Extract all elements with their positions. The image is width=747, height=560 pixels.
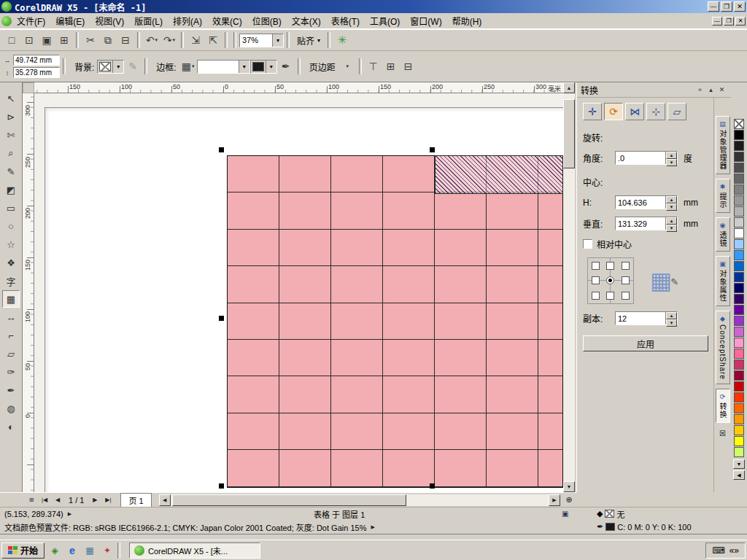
table-cell[interactable] — [487, 303, 538, 340]
menu-item-5[interactable]: 效果(C) — [207, 12, 247, 29]
color-swatch[interactable] — [734, 272, 744, 282]
table-cell[interactable] — [487, 266, 538, 303]
menu-item-3[interactable]: 版面(L) — [129, 12, 168, 29]
color-swatch[interactable] — [734, 305, 744, 315]
first-page-icon[interactable]: |◀ — [38, 494, 51, 506]
docker-tab-lens[interactable]: ◉透镜 — [716, 217, 730, 252]
table-option-button-1[interactable]: ⊤ — [365, 58, 382, 75]
color-swatch[interactable] — [734, 381, 744, 392]
table-cell[interactable] — [279, 266, 331, 303]
quick-launch-icon-4[interactable]: ✦ — [100, 543, 115, 558]
table-cell[interactable] — [279, 303, 331, 340]
table-cell[interactable] — [487, 192, 538, 229]
position-button[interactable]: ✛ — [583, 103, 602, 120]
table-cell[interactable] — [331, 230, 383, 266]
table-cell[interactable] — [331, 450, 383, 486]
menu-item-11[interactable]: 帮助(H) — [447, 12, 487, 29]
table-cell[interactable] — [383, 413, 435, 450]
selection-handle-top-middle[interactable] — [430, 147, 435, 152]
h-spinner[interactable]: ▲▼ — [615, 195, 678, 209]
table-cell[interactable] — [228, 192, 279, 229]
toolbar-open-button[interactable]: ⊡ — [20, 31, 38, 49]
chevrons-icon[interactable]: «» — [729, 545, 739, 556]
eyedropper-tool[interactable]: ✑ — [2, 363, 20, 381]
color-swatch[interactable] — [734, 349, 744, 359]
table-cell[interactable] — [228, 230, 279, 266]
fill-tool[interactable]: ◍ — [2, 400, 20, 417]
table-cell[interactable] — [228, 340, 279, 376]
table-cell[interactable] — [538, 230, 563, 266]
scroll-up-icon[interactable]: ▲ — [563, 82, 575, 93]
quick-launch-icon-1[interactable]: ◈ — [47, 543, 62, 558]
text-tool[interactable]: 字 — [2, 272, 20, 289]
pick-tool[interactable]: ↖ — [2, 90, 20, 107]
page-tab[interactable]: 页 1 — [120, 493, 151, 508]
chevron-down-icon[interactable]: ▾ — [173, 37, 176, 43]
table-cell[interactable] — [331, 192, 383, 229]
table-cell[interactable] — [383, 376, 435, 413]
toolbar-redo-button[interactable]: ↷▾ — [160, 31, 178, 49]
color-swatch[interactable] — [734, 403, 744, 413]
table-cell[interactable] — [435, 413, 487, 450]
anchor-point-6[interactable] — [592, 292, 600, 300]
interactive-fill-tool[interactable]: ◐ — [2, 418, 20, 435]
basic-shapes-tool[interactable]: ❖ — [2, 254, 20, 271]
show-desktop-icon[interactable]: ▦ — [82, 543, 97, 558]
color-swatch[interactable] — [734, 261, 744, 271]
v-input[interactable] — [616, 218, 665, 229]
table-cell[interactable] — [279, 156, 331, 192]
crop-tool[interactable]: ✄ — [2, 126, 20, 144]
color-swatch[interactable] — [734, 217, 744, 228]
color-swatch[interactable] — [734, 370, 744, 381]
color-swatch[interactable] — [734, 206, 744, 217]
table-option-button-2[interactable]: ⊞ — [382, 58, 400, 75]
pan-zoom-icon[interactable]: ⊕ — [562, 494, 576, 506]
toolbar-export-button[interactable]: ⇱ — [204, 31, 222, 49]
menu-item-2[interactable]: 视图(V) — [90, 12, 129, 29]
h-input[interactable] — [616, 197, 665, 208]
toolbar-new-button[interactable]: □ — [3, 31, 20, 49]
table-cell[interactable] — [538, 376, 563, 413]
mdi-restore-button[interactable]: ❐ — [724, 17, 734, 26]
color-swatch[interactable] — [734, 250, 744, 260]
table-cell[interactable] — [487, 413, 538, 450]
snap-dropdown[interactable]: 贴齐 ▾ — [293, 33, 325, 48]
table-cell[interactable] — [538, 340, 563, 376]
table-cell[interactable] — [228, 156, 279, 192]
taskbar-task-coreldraw[interactable]: CorelDRAW X5 - [未... — [129, 542, 260, 559]
spinner-arrows-icon[interactable]: ▲▼ — [665, 312, 677, 324]
horizontal-scroll-thumb[interactable] — [172, 494, 406, 506]
border-width-input[interactable] — [198, 61, 239, 72]
shape-tool[interactable]: ⊳ — [2, 108, 20, 125]
anchor-point-7[interactable] — [606, 292, 614, 300]
color-swatch[interactable] — [734, 152, 744, 162]
vertical-scroll-thumb[interactable] — [563, 99, 575, 168]
anchor-point-5[interactable] — [622, 276, 630, 284]
table-cell[interactable] — [228, 376, 279, 413]
table-cell[interactable] — [228, 413, 279, 450]
table-cell[interactable] — [435, 340, 487, 376]
table-cell[interactable] — [228, 303, 279, 340]
table-cell[interactable] — [279, 340, 331, 376]
color-swatch[interactable] — [734, 130, 744, 140]
y-position-input[interactable] — [13, 67, 60, 78]
spinner-arrows-icon[interactable]: ▲▼ — [665, 196, 677, 209]
color-swatch[interactable] — [734, 174, 744, 184]
ellipse-tool[interactable]: ○ — [2, 217, 20, 235]
docker-tab-conceptshare[interactable]: ◆ConceptShare — [716, 311, 730, 384]
anchor-point-4[interactable] — [606, 276, 614, 284]
selection-handle-bottom-middle[interactable] — [430, 483, 435, 489]
palette-flyout-icon[interactable]: ◀ — [733, 470, 745, 480]
internet-explorer-icon[interactable]: e — [65, 543, 80, 558]
flyout-arrow-icon[interactable]: ▶ — [68, 511, 71, 517]
table-cell[interactable] — [331, 376, 383, 413]
vertical-scrollbar[interactable]: ▲ ▼ — [563, 82, 575, 492]
maximize-button[interactable]: ❐ — [721, 1, 732, 12]
horizontal-scrollbar[interactable]: ◀ ▶ — [159, 494, 560, 506]
menu-item-8[interactable]: 表格(T) — [326, 12, 365, 29]
table-cell[interactable] — [383, 450, 435, 486]
toolbar-undo-button[interactable]: ↶▾ — [143, 31, 160, 49]
table-cell[interactable] — [228, 266, 279, 303]
color-swatch[interactable] — [734, 359, 744, 370]
color-swatch[interactable] — [734, 338, 744, 348]
